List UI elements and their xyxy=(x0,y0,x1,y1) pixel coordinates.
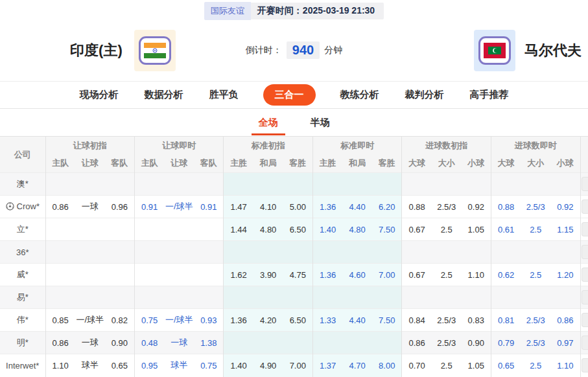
odds-cell[interactable]: 8.00 xyxy=(372,354,402,377)
odds-cell[interactable]: 2.5/3 xyxy=(521,332,550,354)
odds-cell[interactable]: 1.44 xyxy=(224,218,253,241)
odds-cell[interactable]: 1.62 xyxy=(224,264,253,286)
odds-cell[interactable]: 1.36 xyxy=(224,309,253,332)
odds-cell[interactable]: 一/球半 xyxy=(164,196,194,218)
odds-cell[interactable]: 1.20 xyxy=(550,264,580,286)
odds-cell[interactable]: 0.90 xyxy=(462,332,491,354)
edge-button[interactable] xyxy=(582,200,588,214)
company-cell[interactable]: Interwet* xyxy=(0,354,45,377)
odds-cell[interactable]: 0.79 xyxy=(491,332,521,354)
company-cell[interactable]: Crow* xyxy=(0,196,45,218)
odds-cell[interactable]: 1.10 xyxy=(45,354,75,377)
odds-cell[interactable]: 2.5/3 xyxy=(432,196,462,218)
odds-cell[interactable]: 2.5 xyxy=(432,264,462,286)
odds-cell[interactable]: 1.40 xyxy=(312,218,342,241)
odds-cell[interactable]: 1.15 xyxy=(550,218,580,241)
odds-cell[interactable]: 4.75 xyxy=(283,264,313,286)
odds-cell[interactable]: 2.5/3 xyxy=(521,196,550,218)
odds-cell[interactable]: 4.70 xyxy=(342,354,372,377)
odds-cell[interactable]: 1.36 xyxy=(312,196,342,218)
odds-cell[interactable]: 0.67 xyxy=(402,218,432,241)
sub-tab-2[interactable]: 半场 xyxy=(309,110,331,135)
odds-cell[interactable]: 0.75 xyxy=(134,309,164,332)
odds-cell[interactable]: 2.5 xyxy=(521,218,550,241)
odds-cell[interactable]: 6.50 xyxy=(283,218,313,241)
odds-cell[interactable]: 1.33 xyxy=(312,309,342,332)
nav-tab-5[interactable]: 教练分析 xyxy=(339,85,381,105)
odds-cell[interactable]: 2.5 xyxy=(432,218,462,241)
odds-cell[interactable]: 0.65 xyxy=(105,354,135,377)
odds-cell[interactable]: 1.40 xyxy=(224,354,253,377)
edge-button[interactable] xyxy=(582,268,588,282)
odds-cell[interactable]: 一球 xyxy=(75,196,105,218)
odds-cell[interactable]: 1.36 xyxy=(312,264,342,286)
nav-tab-7[interactable]: 高手推荐 xyxy=(469,85,510,105)
odds-cell[interactable]: 0.82 xyxy=(105,309,135,332)
odds-cell[interactable]: 1.10 xyxy=(550,354,580,377)
edge-button[interactable] xyxy=(582,358,588,372)
odds-cell[interactable]: 一/球半 xyxy=(75,309,105,332)
edge-button[interactable] xyxy=(582,222,588,236)
odds-cell[interactable]: 3.90 xyxy=(253,264,283,286)
odds-cell[interactable]: 0.90 xyxy=(105,332,135,354)
odds-cell[interactable]: 0.97 xyxy=(550,332,580,354)
odds-cell[interactable]: 0.88 xyxy=(402,196,432,218)
odds-cell[interactable]: 4.40 xyxy=(342,309,372,332)
odds-cell[interactable]: 一/球半 xyxy=(164,309,194,332)
edge-button[interactable] xyxy=(582,245,588,259)
odds-cell[interactable]: 0.86 xyxy=(550,309,580,332)
company-cell[interactable]: 立* xyxy=(0,218,45,241)
company-cell[interactable]: 威* xyxy=(0,264,45,286)
odds-cell[interactable]: 0.92 xyxy=(550,196,580,218)
odds-cell[interactable]: 1.05 xyxy=(462,354,491,377)
odds-cell[interactable]: 7.50 xyxy=(372,218,402,241)
edge-button[interactable] xyxy=(582,336,588,350)
sub-tab-1[interactable]: 全场 xyxy=(257,110,279,135)
edge-button[interactable] xyxy=(582,290,588,304)
odds-cell[interactable]: 2.5 xyxy=(521,354,550,377)
odds-cell[interactable]: 6.50 xyxy=(283,309,313,332)
company-cell[interactable]: 伟* xyxy=(0,309,45,332)
odds-cell[interactable]: 1.05 xyxy=(462,218,491,241)
odds-cell[interactable]: 0.93 xyxy=(194,309,224,332)
odds-cell[interactable]: 2.5/3 xyxy=(432,332,462,354)
odds-cell[interactable]: 4.40 xyxy=(342,196,372,218)
odds-cell[interactable]: 0.75 xyxy=(194,354,224,377)
odds-cell[interactable]: 2.5 xyxy=(432,354,462,377)
nav-tab-3[interactable]: 胜平负 xyxy=(208,85,240,105)
odds-cell[interactable]: 1.47 xyxy=(224,196,253,218)
odds-cell[interactable]: 4.80 xyxy=(253,218,283,241)
odds-cell[interactable]: 1.38 xyxy=(194,332,224,354)
odds-cell[interactable]: 5.00 xyxy=(283,196,313,218)
odds-cell[interactable]: 0.81 xyxy=(491,309,521,332)
odds-cell[interactable]: 0.65 xyxy=(491,354,521,377)
odds-cell[interactable]: 0.95 xyxy=(134,354,164,377)
odds-cell[interactable]: 1.37 xyxy=(312,354,342,377)
odds-cell[interactable]: 7.00 xyxy=(372,264,402,286)
odds-cell[interactable]: 0.62 xyxy=(491,264,521,286)
company-cell[interactable]: 易* xyxy=(0,286,45,309)
odds-cell[interactable]: 0.83 xyxy=(462,309,491,332)
odds-cell[interactable]: 0.67 xyxy=(402,264,432,286)
odds-cell[interactable]: 4.90 xyxy=(253,354,283,377)
company-cell[interactable]: 明* xyxy=(0,332,45,354)
nav-tab-4[interactable]: 三合一 xyxy=(263,84,316,106)
odds-cell[interactable]: 0.91 xyxy=(194,196,224,218)
nav-tab-1[interactable]: 现场分析 xyxy=(78,85,120,105)
odds-cell[interactable]: 球半 xyxy=(164,354,194,377)
odds-cell[interactable]: 0.86 xyxy=(402,332,432,354)
odds-cell[interactable]: 一球 xyxy=(75,332,105,354)
odds-cell[interactable]: 1.10 xyxy=(462,264,491,286)
league-badge[interactable]: 国际友谊 xyxy=(204,2,251,20)
odds-cell[interactable]: 4.10 xyxy=(253,196,283,218)
odds-cell[interactable]: 0.86 xyxy=(45,196,75,218)
odds-cell[interactable]: 0.48 xyxy=(134,332,164,354)
odds-cell[interactable]: 球半 xyxy=(75,354,105,377)
odds-cell[interactable]: 6.20 xyxy=(372,196,402,218)
odds-cell[interactable]: 2.5 xyxy=(521,264,550,286)
odds-cell[interactable]: 0.91 xyxy=(134,196,164,218)
odds-cell[interactable]: 0.92 xyxy=(462,196,491,218)
odds-cell[interactable]: 2.5/3 xyxy=(521,309,550,332)
edge-button[interactable] xyxy=(582,313,588,327)
odds-cell[interactable]: 0.85 xyxy=(45,309,75,332)
